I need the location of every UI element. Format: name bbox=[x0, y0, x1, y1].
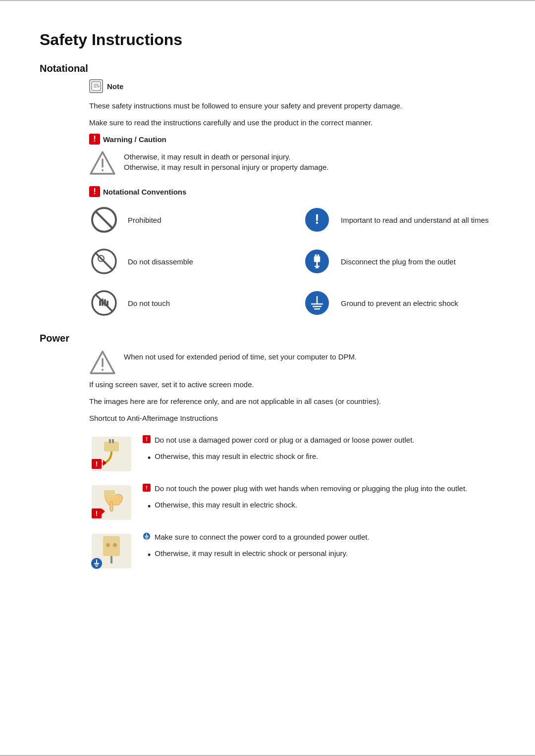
power-section: Power When not used for extended period … bbox=[40, 333, 495, 571]
warning-triangle-icon bbox=[89, 150, 116, 176]
svg-line-8 bbox=[96, 211, 112, 228]
svg-point-37 bbox=[102, 369, 104, 371]
svg-rect-52 bbox=[103, 536, 120, 556]
power-item-2-heading: Do not touch the power plug with wet han… bbox=[155, 483, 467, 495]
section-notational: Notational bbox=[40, 63, 495, 74]
page-container: Safety Instructions Notational Note Thes… bbox=[0, 0, 535, 756]
svg-text:!: ! bbox=[315, 211, 319, 227]
power-warning-text2: If using screen saver, set it to active … bbox=[89, 379, 495, 391]
power-item-1-image: ! bbox=[89, 434, 134, 474]
warning-triangle-block: Otherwise, it may result in death or per… bbox=[89, 150, 495, 176]
power-item-2-image: ! bbox=[89, 483, 134, 522]
svg-rect-47 bbox=[104, 490, 115, 498]
svg-rect-19 bbox=[314, 260, 320, 262]
power-item-3-image bbox=[89, 531, 134, 571]
power-item-1-badge: ! bbox=[143, 435, 151, 443]
svg-point-6 bbox=[102, 169, 104, 171]
power-warning-texts: When not used for extended period of tim… bbox=[124, 349, 357, 367]
convention-no-touch-label: Do not touch bbox=[128, 298, 170, 308]
important-icon: ! bbox=[302, 205, 332, 235]
svg-rect-41 bbox=[112, 439, 114, 443]
power-item-3-heading: Make sure to connect the power cord to a… bbox=[155, 531, 370, 543]
power-item-2-heading-line: ! Do not touch the power plug with wet h… bbox=[143, 483, 495, 498]
svg-point-53 bbox=[106, 543, 110, 547]
prohibited-icon bbox=[89, 205, 119, 235]
power-body2: Shortcut to Anti-Afterimage Instructions bbox=[89, 412, 495, 424]
conventions-heading-line: ! Notational Conventions bbox=[89, 186, 495, 197]
power-warning-triangle-icon bbox=[89, 349, 116, 376]
power-item-2: ! ! Do not touch the power plug with wet… bbox=[89, 483, 495, 522]
svg-rect-16 bbox=[314, 256, 320, 260]
bullet-dot-3: • bbox=[148, 549, 151, 561]
disassemble-icon bbox=[89, 247, 119, 276]
power-item-3: Make sure to connect the power cord to a… bbox=[89, 531, 495, 571]
power-item-2-text: ! Do not touch the power plug with wet h… bbox=[143, 483, 495, 515]
svg-rect-46 bbox=[110, 502, 113, 511]
svg-line-14 bbox=[103, 260, 108, 265]
power-item-1: ! ! Do not use a damaged power cord or p… bbox=[89, 434, 495, 474]
convention-no-touch: Do not touch bbox=[89, 288, 282, 318]
power-item-1-heading-line: ! Do not use a damaged power cord or plu… bbox=[143, 434, 495, 449]
notational-body1: These safety instructions must be follow… bbox=[89, 100, 495, 112]
convention-disconnect: Disconnect the plug from the outlet bbox=[302, 247, 495, 276]
power-body1: The images here are for reference only, … bbox=[89, 396, 495, 407]
no-touch-icon bbox=[89, 288, 119, 318]
svg-rect-39 bbox=[104, 442, 119, 452]
svg-text:!: ! bbox=[96, 509, 98, 517]
convention-ground-label: Ground to prevent an electric shock bbox=[341, 298, 458, 308]
power-item-3-bullet-text: Otherwise, it may result in electric sho… bbox=[155, 549, 348, 561]
power-item-3-text: Make sure to connect the power cord to a… bbox=[143, 531, 495, 563]
power-item-2-badge: ! bbox=[143, 484, 151, 492]
conventions-heading: Notational Conventions bbox=[103, 188, 186, 196]
power-item-1-bullet: • Otherwise, this may result in electric… bbox=[148, 452, 495, 464]
convention-important-label: Important to read and understand at all … bbox=[341, 215, 489, 225]
convention-disassemble-label: Do not disassemble bbox=[128, 256, 193, 267]
power-item-1-bullet-text: Otherwise, this may result in electric s… bbox=[155, 452, 318, 464]
power-item-2-bullet: • Otherwise, this may result in electric… bbox=[148, 501, 495, 513]
power-item-3-badge bbox=[143, 532, 151, 540]
svg-rect-26 bbox=[99, 300, 101, 306]
svg-text:!: ! bbox=[96, 460, 98, 468]
svg-rect-29 bbox=[107, 301, 108, 306]
warning-text1: Otherwise, it may result in death or per… bbox=[124, 152, 329, 161]
power-item-3-bullet: • Otherwise, it may result in electric s… bbox=[148, 549, 495, 561]
conventions-badge-icon: ! bbox=[89, 186, 100, 197]
warning-text2: Otherwise, it may result in personal inj… bbox=[124, 163, 329, 171]
power-item-1-heading: Do not use a damaged power cord or plug … bbox=[155, 434, 415, 446]
convention-disconnect-label: Disconnect the plug from the outlet bbox=[341, 256, 456, 267]
note-label: Note bbox=[107, 82, 123, 91]
warning-caution-label: Warning / Caution bbox=[103, 135, 166, 144]
convention-important: ! Important to read and understand at al… bbox=[302, 205, 495, 235]
warning-caution-badge-line: ! Warning / Caution bbox=[89, 134, 495, 145]
power-item-2-bullet-text: Otherwise, this may result in electric s… bbox=[155, 501, 297, 513]
convention-disassemble: Do not disassemble bbox=[89, 247, 282, 276]
svg-rect-28 bbox=[104, 299, 106, 306]
ground-icon bbox=[302, 288, 332, 318]
svg-rect-18 bbox=[318, 254, 319, 257]
bullet-dot-2: • bbox=[148, 501, 151, 513]
power-warning-text1: When not used for extended period of tim… bbox=[124, 351, 357, 363]
warning-texts: Otherwise, it may result in death or per… bbox=[124, 150, 329, 171]
svg-point-54 bbox=[113, 543, 117, 547]
svg-rect-17 bbox=[315, 254, 317, 257]
bullet-dot-1: • bbox=[148, 452, 151, 464]
convention-prohibited: Prohibited bbox=[89, 205, 282, 235]
convention-prohibited-label: Prohibited bbox=[128, 215, 161, 225]
note-block: Note bbox=[89, 79, 495, 93]
warning-badge-icon: ! bbox=[89, 134, 100, 145]
section-power: Power bbox=[40, 333, 495, 344]
convention-ground: Ground to prevent an electric shock bbox=[302, 288, 495, 318]
conventions-section: ! Notational Conventions Prohibited bbox=[89, 186, 495, 318]
power-item-3-heading-line: Make sure to connect the power cord to a… bbox=[143, 531, 495, 546]
conventions-grid: Prohibited ! Important to read and under… bbox=[89, 205, 495, 318]
svg-rect-40 bbox=[109, 439, 111, 443]
note-icon bbox=[89, 79, 103, 93]
svg-rect-27 bbox=[102, 299, 104, 306]
disconnect-icon bbox=[302, 247, 332, 276]
notational-body2: Make sure to read the instructions caref… bbox=[89, 117, 495, 129]
power-warning-block: When not used for extended period of tim… bbox=[89, 349, 495, 376]
page-title: Safety Instructions bbox=[40, 31, 495, 49]
power-item-1-text: ! Do not use a damaged power cord or plu… bbox=[143, 434, 495, 466]
